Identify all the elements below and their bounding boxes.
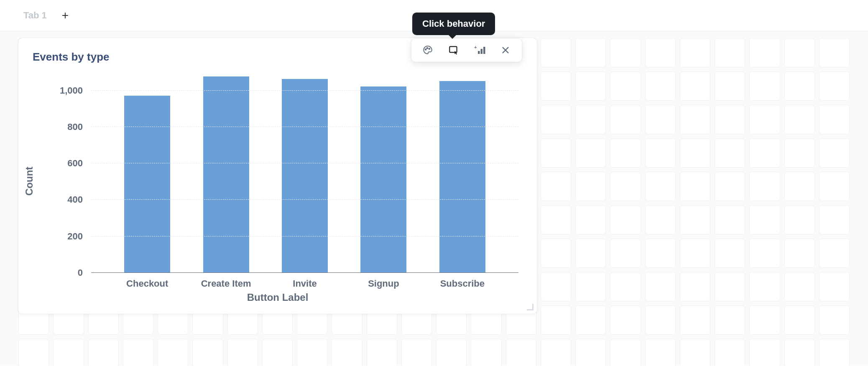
- grid-cell[interactable]: [715, 38, 745, 67]
- grid-cell[interactable]: [819, 105, 850, 134]
- grid-cell[interactable]: [645, 71, 676, 101]
- grid-cell[interactable]: [123, 339, 153, 366]
- grid-cell[interactable]: [645, 172, 676, 201]
- grid-cell[interactable]: [749, 105, 780, 134]
- grid-cell[interactable]: [784, 38, 815, 67]
- grid-cell[interactable]: [506, 339, 536, 366]
- grid-cell[interactable]: [645, 305, 676, 335]
- grid-cell[interactable]: [367, 339, 397, 366]
- bar[interactable]: [124, 96, 170, 272]
- grid-cell[interactable]: [819, 138, 850, 168]
- grid-cell[interactable]: [715, 239, 745, 268]
- grid-cell[interactable]: [541, 138, 571, 168]
- grid-cell[interactable]: [784, 105, 815, 134]
- add-tab-button[interactable]: +: [62, 10, 69, 21]
- bar[interactable]: [439, 81, 485, 272]
- grid-cell[interactable]: [819, 305, 850, 335]
- grid-cell[interactable]: [749, 239, 780, 268]
- grid-cell[interactable]: [575, 305, 606, 335]
- grid-cell[interactable]: [192, 339, 223, 366]
- grid-cell[interactable]: [332, 339, 362, 366]
- grid-cell[interactable]: [645, 272, 676, 301]
- add-series-button[interactable]: +: [471, 42, 488, 58]
- grid-cell[interactable]: [88, 339, 119, 366]
- grid-cell[interactable]: [819, 339, 850, 366]
- grid-cell[interactable]: [610, 105, 641, 134]
- grid-cell[interactable]: [610, 272, 641, 301]
- grid-cell[interactable]: [471, 339, 501, 366]
- grid-cell[interactable]: [575, 339, 606, 366]
- grid-cell[interactable]: [541, 205, 571, 234]
- bar[interactable]: [282, 79, 328, 272]
- grid-cell[interactable]: [715, 105, 745, 134]
- grid-cell[interactable]: [645, 138, 676, 168]
- grid-cell[interactable]: [819, 38, 850, 67]
- grid-cell[interactable]: [262, 339, 293, 366]
- close-button[interactable]: [497, 42, 514, 58]
- grid-cell[interactable]: [575, 138, 606, 168]
- grid-cell[interactable]: [610, 339, 641, 366]
- grid-cell[interactable]: [541, 305, 571, 335]
- grid-cell[interactable]: [645, 239, 676, 268]
- grid-cell[interactable]: [18, 339, 49, 366]
- grid-cell[interactable]: [749, 305, 780, 335]
- grid-cell[interactable]: [575, 105, 606, 134]
- grid-cell[interactable]: [680, 205, 710, 234]
- grid-cell[interactable]: [575, 38, 606, 67]
- grid-cell[interactable]: [53, 339, 84, 366]
- grid-cell[interactable]: [715, 71, 745, 101]
- grid-cell[interactable]: [715, 138, 745, 168]
- click-behavior-button[interactable]: [445, 42, 462, 58]
- grid-cell[interactable]: [749, 272, 780, 301]
- grid-cell[interactable]: [158, 339, 188, 366]
- grid-cell[interactable]: [610, 172, 641, 201]
- tab-1[interactable]: Tab 1: [23, 10, 47, 21]
- grid-cell[interactable]: [819, 71, 850, 101]
- grid-cell[interactable]: [436, 339, 467, 366]
- grid-cell[interactable]: [680, 105, 710, 134]
- grid-cell[interactable]: [784, 71, 815, 101]
- resize-handle[interactable]: [527, 304, 534, 310]
- grid-cell[interactable]: [541, 38, 571, 67]
- grid-cell[interactable]: [227, 339, 258, 366]
- palette-button[interactable]: [419, 42, 436, 58]
- grid-cell[interactable]: [749, 339, 780, 366]
- grid-cell[interactable]: [715, 339, 745, 366]
- grid-cell[interactable]: [819, 172, 850, 201]
- grid-cell[interactable]: [715, 305, 745, 335]
- grid-cell[interactable]: [749, 71, 780, 101]
- grid-cell[interactable]: [784, 205, 815, 234]
- grid-cell[interactable]: [610, 71, 641, 101]
- grid-cell[interactable]: [749, 205, 780, 234]
- grid-cell[interactable]: [610, 239, 641, 268]
- grid-cell[interactable]: [715, 272, 745, 301]
- grid-cell[interactable]: [645, 339, 676, 366]
- grid-cell[interactable]: [819, 239, 850, 268]
- grid-cell[interactable]: [680, 239, 710, 268]
- grid-cell[interactable]: [819, 272, 850, 301]
- grid-cell[interactable]: [715, 205, 745, 234]
- grid-cell[interactable]: [784, 172, 815, 201]
- grid-cell[interactable]: [680, 305, 710, 335]
- grid-cell[interactable]: [610, 138, 641, 168]
- grid-cell[interactable]: [645, 205, 676, 234]
- grid-cell[interactable]: [680, 339, 710, 366]
- grid-cell[interactable]: [575, 205, 606, 234]
- grid-cell[interactable]: [784, 239, 815, 268]
- grid-cell[interactable]: [645, 38, 676, 67]
- grid-cell[interactable]: [541, 172, 571, 201]
- grid-cell[interactable]: [541, 71, 571, 101]
- grid-cell[interactable]: [297, 339, 327, 366]
- grid-cell[interactable]: [680, 71, 710, 101]
- bar[interactable]: [203, 76, 249, 272]
- grid-cell[interactable]: [784, 305, 815, 335]
- grid-cell[interactable]: [680, 272, 710, 301]
- grid-cell[interactable]: [680, 138, 710, 168]
- grid-cell[interactable]: [610, 205, 641, 234]
- grid-cell[interactable]: [715, 172, 745, 201]
- grid-cell[interactable]: [680, 38, 710, 67]
- grid-cell[interactable]: [749, 172, 780, 201]
- grid-cell[interactable]: [749, 138, 780, 168]
- grid-cell[interactable]: [819, 205, 850, 234]
- grid-cell[interactable]: [401, 339, 432, 366]
